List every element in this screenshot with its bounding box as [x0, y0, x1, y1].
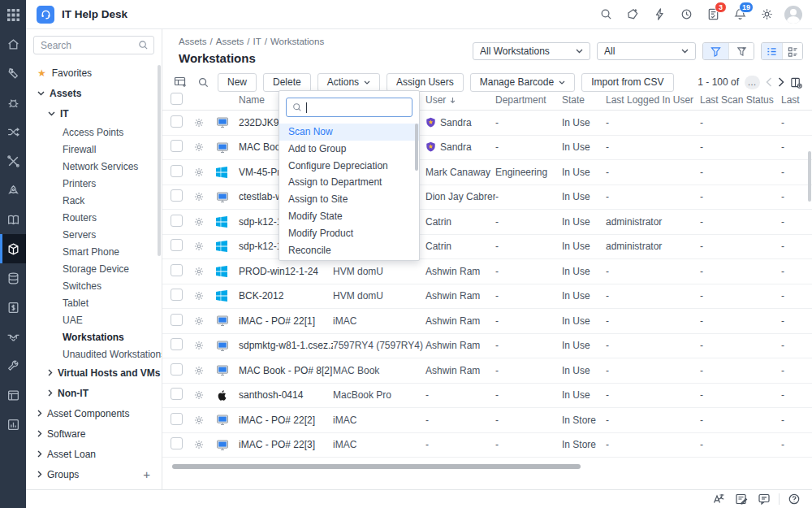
lightning-icon[interactable]: [650, 6, 668, 24]
cmdb-database-icon[interactable]: [0, 263, 26, 293]
approvals-icon[interactable]: 3: [704, 6, 722, 24]
table-row[interactable]: PROD-win12-1-24HVM domUAshwin Ram-In Use…: [162, 259, 812, 284]
settings-gear-icon[interactable]: [758, 6, 775, 24]
sidebar-item-asset-loan[interactable]: Asset Loan: [26, 444, 162, 464]
sidebar-item-software[interactable]: Software: [26, 423, 162, 444]
table-add-icon[interactable]: [172, 74, 188, 90]
assets-cube-icon[interactable]: [0, 234, 26, 263]
menu-item-reconcile[interactable]: Reconcile: [279, 242, 419, 259]
table-row[interactable]: sdp-k12-1Catrin-In Useadministrator--: [162, 210, 812, 235]
table-row[interactable]: 232DJK98Sandra-In Use---: [162, 111, 812, 136]
breadcrumb-workstations[interactable]: Workstations: [270, 37, 324, 46]
row-checkbox[interactable]: [171, 264, 183, 276]
asset-name-link[interactable]: sdpmktg-w81-1.csez.z...: [239, 340, 333, 351]
row-checkbox[interactable]: [171, 437, 183, 449]
asset-name-link[interactable]: MAC Book - PO# 8[2]: [239, 365, 333, 376]
sidebar-item-storage-device[interactable]: Storage Device: [26, 260, 162, 277]
row-actions-gear-icon[interactable]: [193, 439, 216, 450]
row-actions-gear-icon[interactable]: [193, 241, 216, 252]
changes-shuffle-icon[interactable]: [0, 117, 26, 146]
row-actions-gear-icon[interactable]: [193, 389, 216, 401]
sidebar-item-tablet[interactable]: Tablet: [26, 294, 162, 311]
home-icon[interactable]: [0, 29, 26, 59]
help-icon[interactable]: [783, 490, 806, 508]
row-checkbox[interactable]: [171, 165, 183, 177]
admin-wrench-icon[interactable]: [0, 351, 26, 380]
table-row[interactable]: iMAC - PO# 22[1]iMACAshwin Ram-In Use---: [162, 309, 812, 334]
filter-funnel-button[interactable]: [703, 43, 728, 59]
row-checkbox[interactable]: [171, 413, 183, 425]
sidebar-item-uae[interactable]: UAE: [26, 311, 162, 328]
sidebar-item-virtual-hosts-and-vms[interactable]: Virtual Hosts and VMs: [26, 363, 162, 383]
problems-bug-icon[interactable]: [0, 88, 26, 117]
row-actions-gear-icon[interactable]: [193, 415, 216, 426]
column-header-state[interactable]: State: [562, 94, 606, 106]
column-header-last[interactable]: Last: [781, 94, 812, 106]
row-actions-gear-icon[interactable]: [193, 141, 216, 153]
translate-icon[interactable]: [707, 490, 730, 508]
row-checkbox[interactable]: [171, 388, 183, 400]
sidebar-item-favorites[interactable]: ★Favorites: [26, 63, 162, 83]
menu-item-assign-to-site[interactable]: Assign to Site: [279, 191, 419, 208]
row-checkbox[interactable]: [171, 338, 183, 350]
card-view-button[interactable]: [782, 43, 802, 59]
user-avatar[interactable]: [784, 6, 802, 24]
feedback-icon[interactable]: [730, 490, 753, 508]
row-checkbox[interactable]: [171, 140, 183, 152]
list-view-button[interactable]: [762, 43, 782, 59]
asset-name-link[interactable]: iMAC - PO# 22[1]: [239, 315, 333, 327]
row-actions-gear-icon[interactable]: [193, 315, 216, 327]
global-search-icon[interactable]: [597, 6, 615, 24]
previous-page-icon[interactable]: [766, 77, 772, 87]
row-actions-gear-icon[interactable]: [193, 290, 216, 302]
table-row[interactable]: MAC BookSandra-In Use---: [162, 136, 812, 161]
row-actions-gear-icon[interactable]: [193, 191, 216, 202]
table-row[interactable]: VM-45-ProMark CanawayEngineeringIn Use--…: [162, 160, 812, 185]
table-row[interactable]: ctestlab-wDion Jay Cabrera-In Use---: [162, 185, 812, 211]
sidebar-item-workstations[interactable]: Workstations: [26, 328, 162, 345]
table-row[interactable]: iMAC - PO# 22[3]iMAC--In Store---: [162, 433, 812, 458]
contracts-handshake-icon[interactable]: [0, 322, 26, 351]
reports-window-icon[interactable]: [0, 380, 26, 410]
row-actions-gear-icon[interactable]: [193, 167, 216, 178]
secondary-filter-select[interactable]: All: [597, 42, 696, 60]
releases-rocket-icon[interactable]: [0, 176, 26, 205]
table-row[interactable]: santhosh-0414MacBook Pro--In Use---: [162, 384, 812, 409]
column-header-last-logged-in-user[interactable]: Last Logged In User: [606, 94, 700, 106]
sidebar-item-firewall[interactable]: Firewall: [26, 141, 162, 158]
row-actions-gear-icon[interactable]: [193, 216, 216, 228]
tag-add-icon[interactable]: [624, 6, 641, 24]
column-header-last-scan-status[interactable]: Last Scan Status: [700, 94, 781, 106]
requests-ticket-icon[interactable]: [0, 59, 26, 88]
sidebar-search-input[interactable]: [33, 36, 154, 54]
view-filter-select[interactable]: All Workstations: [473, 42, 590, 60]
projects-tools-icon[interactable]: [0, 146, 26, 176]
row-actions-gear-icon[interactable]: [193, 365, 216, 376]
vertical-scrollbar[interactable]: [808, 151, 811, 202]
menu-item-add-to-group[interactable]: Add to Group: [279, 141, 419, 158]
asset-name-link[interactable]: iMAC - PO# 22[3]: [239, 439, 333, 450]
purchases-dollar-icon[interactable]: [0, 293, 26, 322]
row-checkbox[interactable]: [171, 215, 183, 227]
sidebar-item-groups[interactable]: Groups+: [26, 464, 162, 484]
sidebar-item-printers[interactable]: Printers: [26, 175, 162, 192]
sidebar-item-smart-phone[interactable]: Smart Phone: [26, 243, 162, 260]
sidebar-item-network-services[interactable]: Network Services: [26, 158, 162, 175]
table-row[interactable]: BCK-2012HVM domUAshwin Ram-In Use---: [162, 284, 812, 310]
horizontal-scrollbar[interactable]: [172, 464, 581, 469]
menu-item-mark-as-loanable[interactable]: Mark as Loanable: [279, 258, 419, 261]
breadcrumb-it[interactable]: IT: [253, 37, 261, 46]
row-actions-gear-icon[interactable]: [193, 266, 216, 277]
asset-name-link[interactable]: BCK-2012: [239, 290, 333, 302]
breadcrumb-assets[interactable]: Assets: [179, 37, 207, 46]
sidebar-item-rack[interactable]: Rack: [26, 192, 162, 209]
table-row[interactable]: iMAC - PO# 22[2]iMAC--In Store---: [162, 408, 812, 433]
column-header-user[interactable]: User: [425, 94, 495, 106]
sidebar-item-unaudited-workstations[interactable]: Unaudited Workstations: [26, 345, 162, 363]
column-header-department[interactable]: Department: [495, 94, 562, 106]
next-page-icon[interactable]: [778, 77, 784, 87]
analytics-chart-icon[interactable]: [0, 410, 26, 439]
menu-item-modify-state[interactable]: Modify State: [279, 208, 419, 225]
asset-name-link[interactable]: PROD-win12-1-24: [239, 266, 333, 277]
menu-item-assign-to-department[interactable]: Assign to Department: [279, 174, 419, 191]
